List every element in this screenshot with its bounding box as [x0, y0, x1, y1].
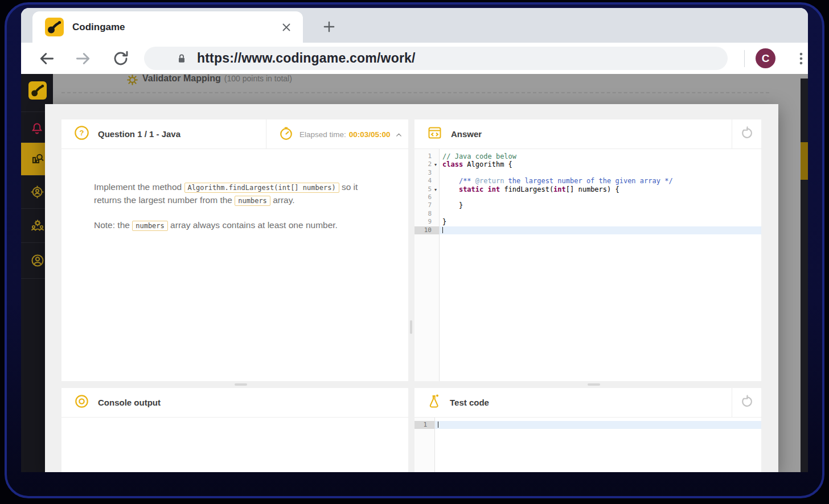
user-circle-icon	[30, 253, 45, 268]
coding-test-modal: ? Question 1 / 1 - Java Elapsed time: 00…	[45, 104, 778, 472]
code-area[interactable]	[435, 418, 761, 472]
section-subtitle: (100 points in total)	[224, 74, 292, 83]
question-circle-icon: ?	[74, 125, 89, 143]
dashed-divider	[61, 92, 769, 93]
answer-panel: Answer 1 2▾3 4 5▾6 7 8 9 10 // Java code…	[414, 119, 761, 381]
answer-code-editor[interactable]: 1 2▾3 4 5▾6 7 8 9 10 // Java code belowc…	[414, 149, 761, 381]
toolbar-divider	[744, 50, 745, 67]
browser-window: Codingame ht	[21, 8, 808, 472]
text-cursor	[438, 422, 438, 428]
gear-icon	[126, 74, 138, 86]
chevron-up-icon[interactable]	[395, 131, 403, 138]
new-tab-icon[interactable]	[322, 19, 336, 34]
test-code-panel: Test code 1	[414, 388, 761, 472]
back-icon[interactable]	[38, 50, 55, 67]
answer-reset-section	[732, 119, 761, 149]
page-right-accent	[801, 142, 808, 180]
code-editor-icon	[427, 125, 442, 143]
question-title: Question 1 / 1 - Java	[98, 129, 180, 139]
inline-code-chip: numbers	[132, 221, 168, 231]
browser-tab[interactable]: Codingame	[32, 11, 303, 43]
codingame-logo-icon[interactable]	[28, 81, 47, 100]
lock-icon	[176, 52, 187, 65]
console-eye-icon	[74, 394, 89, 411]
elapsed-time-value: 00:03/05:00	[349, 130, 391, 139]
line-number-gutter: 1	[414, 418, 435, 472]
code-area[interactable]: // Java code belowclass Algorithm { /** …	[440, 149, 761, 381]
svg-text:?: ?	[80, 129, 84, 137]
reload-icon[interactable]	[112, 50, 129, 67]
bell-icon	[30, 122, 44, 135]
elapsed-time-label: Elapsed time:	[299, 130, 346, 139]
clock-icon	[279, 126, 293, 143]
timer-section: Elapsed time: 00:03/05:00	[266, 119, 408, 149]
answer-title: Answer	[451, 129, 482, 139]
page-viewport: Validator Mapping (100 points in total)	[21, 74, 808, 472]
test-code-editor[interactable]: 1	[414, 418, 761, 472]
tab-strip: Codingame	[21, 8, 808, 43]
console-title: Console output	[98, 398, 161, 407]
question-statement: Implement the method Algorithm.findLarge…	[61, 149, 408, 232]
text-cursor	[442, 227, 443, 233]
forward-icon[interactable]	[75, 50, 92, 67]
browser-menu-icon[interactable]	[794, 51, 808, 66]
column-resize-handle[interactable]	[410, 320, 412, 334]
browser-toolbar: https://www.codingame.com/work/ C	[21, 43, 808, 74]
flask-icon	[427, 394, 441, 411]
console-output-panel: Console output	[61, 388, 408, 472]
line-number-gutter: 1 2▾3 4 5▾6 7 8 9 10	[414, 149, 440, 381]
page-right-edge	[801, 79, 808, 472]
test-reset-section	[732, 388, 761, 418]
inline-code-chip: Algorithm.findLargest(int[] numbers)	[184, 183, 339, 193]
tab-close-icon[interactable]	[280, 21, 293, 34]
question-panel: ? Question 1 / 1 - Java Elapsed time: 00…	[61, 119, 408, 381]
address-bar[interactable]: https://www.codingame.com/work/	[144, 47, 728, 70]
reset-icon[interactable]	[740, 126, 754, 142]
tab-title: Codingame	[72, 22, 125, 33]
screenshot-stage: Codingame ht	[0, 0, 829, 504]
row-resize-handle[interactable]	[588, 383, 600, 386]
reset-icon[interactable]	[740, 395, 754, 411]
url-text: https://www.codingame.com/work/	[197, 51, 416, 66]
assessment-section-header: Validator Mapping (100 points in total)	[126, 74, 292, 86]
codingame-favicon-icon	[45, 18, 64, 36]
row-resize-handle[interactable]	[235, 383, 247, 386]
team-gear-icon	[30, 218, 45, 233]
profile-avatar[interactable]: C	[756, 48, 775, 68]
target-person-icon	[30, 185, 44, 199]
chart-search-icon	[30, 152, 45, 167]
inline-code-chip: numbers	[235, 196, 270, 206]
section-title: Validator Mapping	[142, 74, 221, 84]
test-code-title: Test code	[450, 398, 489, 407]
